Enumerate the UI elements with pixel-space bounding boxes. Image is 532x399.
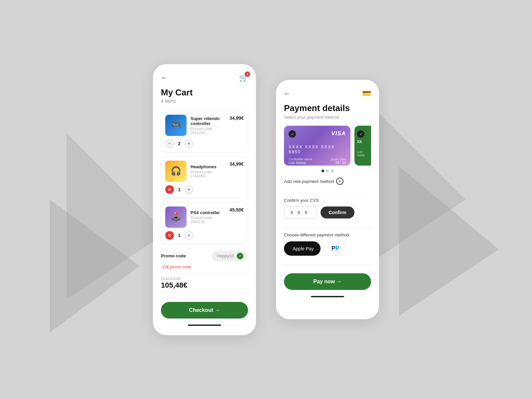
qty-minus-button[interactable]: − bbox=[165, 139, 174, 148]
qty-plus-button[interactable]: + bbox=[185, 139, 193, 148]
cvv-row: Confirm bbox=[284, 206, 371, 219]
expiry-value: 04 / 33 bbox=[331, 161, 346, 165]
cart-screen: ← 🛒 4 My Cart 4 items 🎮 Super nitendo co… bbox=[153, 64, 256, 335]
paypal-p2-icon: P bbox=[335, 245, 339, 252]
cart-badge: 4 bbox=[245, 71, 250, 77]
pay-now-button[interactable]: Pay now → bbox=[284, 273, 371, 290]
expiry-label: Expiry date bbox=[331, 158, 346, 161]
dot-3 bbox=[331, 170, 333, 172]
cart-title: My Cart bbox=[161, 87, 248, 98]
home-indicator bbox=[188, 325, 221, 326]
green-card-holder: LuisSanto bbox=[357, 150, 371, 157]
payment-subtitle: Select your payment method bbox=[284, 115, 371, 120]
promo-code-input[interactable]: Happy10 ✓ bbox=[212, 251, 248, 261]
cart-item-code: Product code 1741694 bbox=[191, 170, 225, 178]
apple-pay-label: Apple Pay bbox=[293, 246, 314, 251]
visa-logo: VISA bbox=[331, 130, 346, 137]
cart-icon-button[interactable]: 🛒 4 bbox=[239, 73, 248, 82]
qty-value: 1 bbox=[177, 233, 182, 238]
cart-divider-2 bbox=[161, 292, 248, 293]
cart-item-name: Super nitendo controller bbox=[191, 116, 225, 126]
card-number: XXXX XXXX XXXX 6950 bbox=[289, 144, 346, 154]
apple-pay-button[interactable]: Apple Pay bbox=[284, 241, 321, 256]
quantity-controls: ✕ 1 + bbox=[165, 231, 244, 240]
payment-screen: ← 💳 Payment details Select your payment … bbox=[276, 80, 379, 319]
payment-divider-2 bbox=[284, 228, 371, 228]
quantity-controls: ✕ 1 + bbox=[165, 185, 244, 194]
card-meta-row: Cardholder Name Luis Santos Expiry date … bbox=[289, 158, 346, 165]
card-selected-icon: ✓ bbox=[289, 130, 296, 138]
cart-item: 🕹️ PS4 controller Product code 1863724 4… bbox=[161, 202, 248, 244]
paypal-button[interactable]: P P bbox=[325, 241, 346, 256]
green-card-partial: XX bbox=[357, 140, 371, 144]
cart-back-button[interactable]: ← bbox=[161, 74, 168, 81]
product-image-headphones: 🎧 bbox=[165, 161, 187, 182]
payment-divider-3 bbox=[284, 264, 371, 265]
payment-back-button[interactable]: ← bbox=[284, 90, 291, 97]
product-image-ps4: 🕹️ bbox=[165, 206, 187, 228]
visa-card[interactable]: ✓ VISA XXXX XXXX XXXX 6950 Cardholder Na… bbox=[284, 126, 350, 166]
paypal-p1-icon: P bbox=[332, 245, 335, 252]
grand-total-value: 105,48€ bbox=[161, 281, 248, 290]
cardholder-label: Cardholder Name bbox=[289, 158, 312, 161]
cards-carousel: ✓ VISA XXXX XXXX XXXX 6950 Cardholder Na… bbox=[284, 126, 371, 166]
add-circle-icon: + bbox=[336, 178, 343, 185]
dot-2 bbox=[326, 170, 329, 172]
promo-code-label: Promo code bbox=[161, 253, 186, 258]
cart-item-name: PS4 controller bbox=[191, 210, 225, 215]
dot-1 bbox=[322, 170, 324, 172]
payment-title: Payment details bbox=[284, 103, 371, 113]
payment-top-bar: ← 💳 bbox=[284, 89, 371, 98]
cart-item-code: Product code 1961234 bbox=[191, 127, 225, 135]
confirm-button[interactable]: Confirm bbox=[321, 206, 354, 218]
qty-delete-button[interactable]: ✕ bbox=[165, 231, 174, 240]
cart-item-details: Super nitendo controller Product code 19… bbox=[191, 116, 225, 135]
qty-plus-button[interactable]: + bbox=[185, 185, 193, 194]
cart-item-price: 45,50€ bbox=[229, 207, 244, 212]
payment-card-icon-button[interactable]: 💳 bbox=[362, 89, 371, 98]
quantity-controls: − 2 + bbox=[165, 139, 244, 148]
home-indicator-payment bbox=[311, 296, 344, 297]
cart-item-price: 34,99€ bbox=[229, 161, 244, 167]
cart-item-code: Product code 1863724 bbox=[191, 216, 225, 224]
cart-item-count: 4 items bbox=[161, 98, 248, 104]
cardholder-value: Luis Santos bbox=[289, 161, 312, 165]
qty-value: 2 bbox=[177, 141, 182, 146]
add-payment-method-button[interactable]: Add new payment method + bbox=[284, 178, 371, 185]
checkout-button[interactable]: Checkout → bbox=[161, 302, 248, 319]
promo-code-value: Happy10 bbox=[217, 253, 234, 258]
credit-card-icon: 💳 bbox=[362, 89, 371, 97]
promo-discount-text: -10€ promo code bbox=[161, 265, 248, 269]
promo-code-row: Promo code Happy10 ✓ bbox=[161, 251, 248, 261]
cart-item-name: Headphones bbox=[191, 164, 225, 169]
carousel-dots bbox=[284, 170, 371, 172]
grand-total-label: Grand total bbox=[161, 276, 248, 281]
qty-value: 1 bbox=[177, 187, 182, 192]
product-image-controller: 🎮 bbox=[165, 115, 187, 136]
different-payment-label: Choose different payment method bbox=[284, 232, 371, 237]
cart-divider bbox=[161, 273, 248, 274]
cart-item-price: 34,99€ bbox=[229, 115, 244, 121]
cart-top-bar: ← 🛒 4 bbox=[161, 73, 248, 82]
alternative-payment-methods: Apple Pay P P bbox=[284, 241, 371, 256]
add-payment-label: Add new payment method bbox=[284, 179, 334, 184]
green-card[interactable]: ✓ XX LuisSanto bbox=[354, 126, 371, 166]
cart-item: 🎮 Super nitendo controller Product code … bbox=[161, 110, 248, 152]
card-selected-icon-green: ✓ bbox=[357, 130, 364, 138]
promo-check-icon: ✓ bbox=[237, 253, 243, 259]
cvv-input[interactable] bbox=[284, 206, 317, 219]
cart-item-details: PS4 controller Product code 1863724 bbox=[191, 210, 225, 224]
cart-item: 🎧 Headphones Product code 1741694 34,99€… bbox=[161, 156, 248, 198]
qty-plus-button[interactable]: + bbox=[185, 231, 193, 240]
cart-item-details: Headphones Product code 1741694 bbox=[191, 164, 225, 178]
payment-divider-1 bbox=[284, 194, 371, 194]
cvv-label: Confirm your CVS bbox=[284, 198, 371, 203]
qty-delete-button[interactable]: ✕ bbox=[165, 185, 174, 194]
